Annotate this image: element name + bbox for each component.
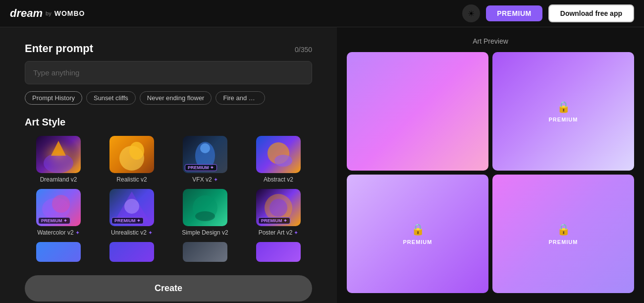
art-label-poster-art: Poster Art v2 ✦ — [259, 229, 299, 236]
chip-never-ending-flower[interactable]: Never ending flower — [140, 91, 212, 105]
header-right: ☀ PREMIUM Download free app — [462, 4, 634, 22]
premium-label-cell3: PREMIUM — [403, 239, 432, 245]
art-style-title: Art Style — [25, 117, 312, 128]
right-panel: Art Preview 🔒 PREMIUM 🔒 PREMIUM 🔒 PREMIU… — [337, 27, 644, 303]
art-thumb-dreamland — [36, 136, 81, 173]
premium-badge-poster-art: PREMIUM✦ — [258, 217, 290, 224]
art-style-row3-2[interactable] — [98, 242, 165, 264]
prompt-title: Enter prompt — [25, 42, 93, 55]
art-style-simple-design[interactable]: Simple Design v2 — [171, 189, 239, 236]
art-thumb-unrealistic: PREMIUM✦ — [109, 189, 154, 226]
preview-cell-3: 🔒 PREMIUM — [347, 175, 488, 293]
art-style-vfx[interactable]: PREMIUM✦ VFX v2 ✦ — [171, 136, 239, 183]
art-style-abstract[interactable]: Abstract v2 — [245, 136, 312, 183]
art-style-row3-1[interactable] — [25, 242, 92, 264]
theme-toggle-button[interactable]: ☀ — [462, 4, 480, 22]
main-content: Enter prompt 0/350 Prompt History Sunset… — [0, 27, 644, 303]
art-style-watercolor[interactable]: PREMIUM✦ Watercolor v2 ✦ — [25, 189, 92, 236]
art-style-row3-4[interactable] — [245, 242, 312, 264]
lock-icon-cell4: 🔒 — [557, 223, 570, 236]
lock-icon-cell3: 🔒 — [411, 223, 425, 236]
header: dream by WOMBO ☀ PREMIUM Download free a… — [0, 0, 644, 27]
art-style-poster-art[interactable]: PREMIUM✦ Poster Art v2 ✦ — [245, 189, 312, 236]
premium-label-cell2: PREMIUM — [549, 117, 578, 122]
left-panel: Enter prompt 0/350 Prompt History Sunset… — [0, 27, 337, 303]
art-label-simple-design: Simple Design v2 — [182, 229, 228, 236]
logo-area: dream by WOMBO — [10, 7, 85, 20]
art-label-watercolor: Watercolor v2 ✦ — [37, 229, 80, 236]
create-button[interactable]: Create — [25, 275, 312, 302]
premium-button[interactable]: PREMIUM — [486, 5, 542, 21]
art-style-dreamland[interactable]: Dreamland v2 — [25, 136, 92, 183]
art-label-dreamland: Dreamland v2 — [40, 176, 77, 183]
art-preview-title: Art Preview — [473, 37, 508, 45]
art-label-vfx: VFX v2 ✦ — [192, 176, 217, 183]
chip-sunset-cliffs[interactable]: Sunset cliffs — [86, 91, 136, 105]
svg-point-1 — [44, 153, 73, 173]
art-thumb-realistic — [109, 136, 154, 173]
art-label-unrealistic: Unrealistic v2 ✦ — [111, 229, 153, 236]
prompt-header: Enter prompt 0/350 — [25, 42, 312, 55]
prompt-counter: 0/350 — [295, 46, 312, 54]
svg-point-12 — [124, 199, 139, 214]
svg-point-14 — [195, 211, 215, 221]
chip-prompt-history[interactable]: Prompt History — [25, 91, 82, 105]
premium-badge-unrealistic: PREMIUM✦ — [111, 217, 144, 224]
art-thumb-watercolor: PREMIUM✦ — [36, 189, 81, 226]
art-label-abstract: Abstract v2 — [264, 176, 293, 183]
premium-label-cell4: PREMIUM — [549, 239, 578, 245]
svg-point-10 — [52, 195, 70, 213]
logo-by: by — [46, 10, 52, 16]
sun-icon: ☀ — [468, 9, 475, 18]
download-app-button[interactable]: Download free app — [548, 4, 634, 22]
logo-dream: dream — [10, 7, 43, 20]
preview-cell-1 — [347, 52, 488, 171]
art-style-unrealistic[interactable]: PREMIUM✦ Unrealistic v2 ✦ — [98, 189, 165, 236]
lock-icon-cell2: 🔒 — [557, 101, 570, 114]
svg-point-8 — [274, 155, 292, 167]
art-style-row3-3[interactable] — [171, 242, 239, 264]
preview-cell-4: 🔒 PREMIUM — [492, 175, 634, 293]
art-style-grid-row1: Dreamland v2 Realistic v2 — [25, 136, 312, 183]
premium-badge-watercolor: PREMIUM✦ — [38, 217, 70, 224]
art-label-realistic: Realistic v2 — [116, 176, 147, 183]
art-style-realistic[interactable]: Realistic v2 — [98, 136, 165, 183]
art-thumb-abstract — [256, 136, 301, 173]
svg-point-6 — [200, 143, 210, 153]
prompt-chips: Prompt History Sunset cliffs Never endin… — [25, 91, 312, 105]
art-style-grid-row2: PREMIUM✦ Watercolor v2 ✦ PREMIUM✦ — [25, 189, 312, 236]
art-thumb-poster-art: PREMIUM✦ — [256, 189, 301, 226]
prompt-input[interactable] — [25, 61, 312, 84]
chip-fire-and-w[interactable]: Fire and w... — [215, 91, 265, 105]
art-thumb-vfx: PREMIUM✦ — [183, 136, 227, 173]
svg-point-4 — [129, 142, 144, 160]
art-thumb-simple-design — [183, 189, 227, 226]
premium-badge-vfx: PREMIUM✦ — [185, 164, 217, 171]
art-style-grid-row3 — [25, 242, 312, 264]
svg-point-16 — [269, 199, 287, 217]
preview-cell-2: 🔒 PREMIUM — [492, 52, 634, 171]
preview-grid: 🔒 PREMIUM 🔒 PREMIUM 🔒 PREMIUM — [347, 52, 634, 293]
logo-wombo: WOMBO — [54, 9, 85, 17]
